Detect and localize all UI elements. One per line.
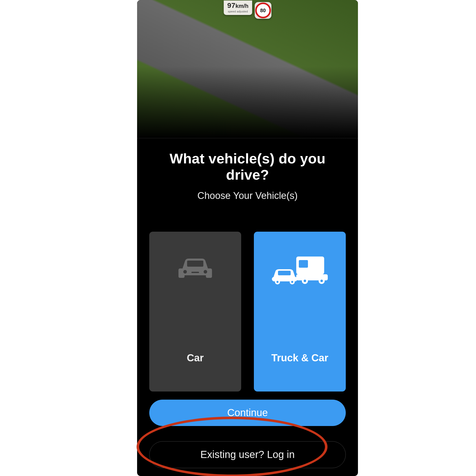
svg-point-2 (183, 270, 187, 274)
vehicle-options: Car (149, 232, 346, 392)
svg-rect-13 (278, 271, 291, 275)
page-subtitle: Choose Your Vehicle(s) (149, 190, 346, 201)
speed-caption: speed adjusted (227, 10, 249, 13)
option-truck-label: Truck & Car (271, 352, 329, 364)
svg-point-11 (320, 280, 323, 282)
option-truck-and-car[interactable]: Truck & Car (254, 232, 346, 392)
speed-limit-sign-icon: 80 (255, 3, 271, 18)
speed-hud: 97km/h speed adjusted 80 (224, 0, 271, 19)
current-speed-badge: 97km/h speed adjusted (224, 1, 252, 15)
option-car-label: Car (187, 352, 204, 364)
svg-point-17 (291, 281, 293, 283)
speed-limit-value: 80 (260, 8, 266, 13)
continue-button[interactable]: Continue (149, 400, 346, 426)
svg-point-10 (304, 280, 306, 282)
speed-limit-badge: 80 (255, 2, 271, 19)
continue-button-label: Continue (227, 407, 268, 418)
svg-point-16 (276, 281, 278, 283)
truck-and-car-icon (254, 254, 346, 285)
option-car[interactable]: Car (149, 232, 241, 392)
svg-point-3 (204, 270, 207, 274)
speed-unit: km/h (235, 3, 248, 9)
hero-image: 97km/h speed adjusted 80 (137, 0, 358, 138)
svg-rect-4 (191, 272, 199, 273)
login-button-label: Existing user? Log in (200, 449, 294, 460)
login-button[interactable]: Existing user? Log in (149, 441, 346, 468)
svg-rect-7 (299, 260, 308, 268)
car-icon (149, 254, 241, 280)
speed-value: 97 (227, 2, 235, 9)
app-screen: 97km/h speed adjusted 80 What vehicle(s)… (137, 0, 358, 476)
page-title: What vehicle(s) do you drive? (149, 150, 346, 183)
